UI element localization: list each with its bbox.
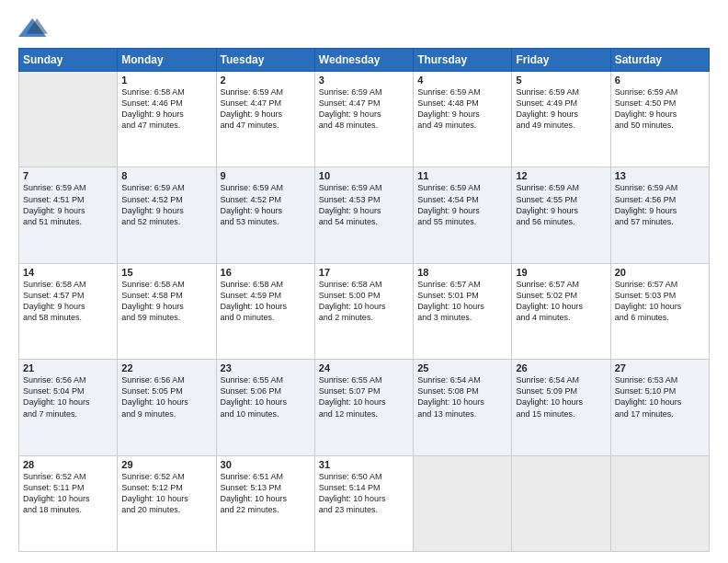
calendar-cell: 21Sunrise: 6:56 AMSunset: 5:04 PMDayligh…	[19, 360, 118, 455]
calendar-cell: 20Sunrise: 6:57 AMSunset: 5:03 PMDayligh…	[610, 263, 709, 359]
day-number: 27	[615, 362, 705, 373]
day-info: Sunrise: 6:56 AMSunset: 5:05 PMDaylight:…	[121, 374, 211, 419]
day-number: 17	[319, 267, 409, 278]
day-info: Sunrise: 6:59 AMSunset: 4:50 PMDaylight:…	[615, 86, 705, 132]
day-number: 31	[319, 459, 409, 470]
calendar-cell	[414, 455, 512, 551]
day-info: Sunrise: 6:58 AMSunset: 4:46 PMDaylight:…	[121, 86, 211, 132]
day-info: Sunrise: 6:55 AMSunset: 5:07 PMDaylight:…	[319, 374, 409, 419]
weekday-header-cell: Thursday	[414, 49, 512, 72]
day-number: 10	[319, 170, 409, 181]
day-info: Sunrise: 6:57 AMSunset: 5:02 PMDaylight:…	[516, 279, 606, 324]
calendar-week-row: 1Sunrise: 6:58 AMSunset: 4:46 PMDaylight…	[19, 72, 710, 167]
day-info: Sunrise: 6:57 AMSunset: 5:01 PMDaylight:…	[417, 279, 507, 324]
day-number: 18	[417, 267, 507, 278]
calendar-cell: 18Sunrise: 6:57 AMSunset: 5:01 PMDayligh…	[414, 263, 512, 359]
day-info: Sunrise: 6:59 AMSunset: 4:48 PMDaylight:…	[417, 86, 507, 132]
page: SundayMondayTuesdayWednesdayThursdayFrid…	[0, 0, 728, 563]
day-number: 9	[221, 170, 311, 181]
day-number: 15	[121, 267, 211, 278]
calendar-cell: 4Sunrise: 6:59 AMSunset: 4:48 PMDaylight…	[414, 72, 512, 167]
calendar-cell: 5Sunrise: 6:59 AMSunset: 4:49 PMDaylight…	[512, 72, 610, 167]
calendar-cell: 26Sunrise: 6:54 AMSunset: 5:09 PMDayligh…	[512, 360, 610, 455]
logo-icon	[18, 15, 48, 40]
weekday-header-cell: Sunday	[19, 49, 118, 72]
weekday-header-cell: Monday	[118, 49, 216, 72]
day-number: 14	[23, 267, 113, 278]
calendar-cell: 31Sunrise: 6:50 AMSunset: 5:14 PMDayligh…	[314, 455, 413, 551]
calendar-cell: 24Sunrise: 6:55 AMSunset: 5:07 PMDayligh…	[314, 360, 413, 455]
calendar-cell: 19Sunrise: 6:57 AMSunset: 5:02 PMDayligh…	[512, 263, 610, 359]
day-info: Sunrise: 6:58 AMSunset: 5:00 PMDaylight:…	[319, 279, 409, 324]
day-number: 6	[615, 75, 705, 86]
weekday-header-cell: Wednesday	[314, 49, 413, 72]
day-info: Sunrise: 6:55 AMSunset: 5:06 PMDaylight:…	[221, 374, 311, 419]
calendar-cell: 11Sunrise: 6:59 AMSunset: 4:54 PMDayligh…	[414, 167, 512, 263]
day-number: 22	[121, 362, 211, 373]
calendar-cell: 22Sunrise: 6:56 AMSunset: 5:05 PMDayligh…	[118, 360, 216, 455]
calendar-cell: 1Sunrise: 6:58 AMSunset: 4:46 PMDaylight…	[118, 72, 216, 167]
day-info: Sunrise: 6:59 AMSunset: 4:56 PMDaylight:…	[615, 182, 705, 227]
day-number: 19	[516, 267, 606, 278]
calendar-cell: 14Sunrise: 6:58 AMSunset: 4:57 PMDayligh…	[19, 263, 118, 359]
day-info: Sunrise: 6:59 AMSunset: 4:55 PMDaylight:…	[516, 182, 606, 227]
calendar-cell: 28Sunrise: 6:52 AMSunset: 5:11 PMDayligh…	[19, 455, 118, 551]
day-info: Sunrise: 6:59 AMSunset: 4:54 PMDaylight:…	[417, 182, 507, 227]
calendar-cell: 3Sunrise: 6:59 AMSunset: 4:47 PMDaylight…	[314, 72, 413, 167]
day-number: 12	[516, 170, 606, 181]
day-number: 28	[23, 459, 113, 470]
day-number: 23	[221, 362, 311, 373]
day-info: Sunrise: 6:59 AMSunset: 4:51 PMDaylight:…	[23, 182, 113, 227]
calendar-cell: 10Sunrise: 6:59 AMSunset: 4:53 PMDayligh…	[314, 167, 413, 263]
day-info: Sunrise: 6:59 AMSunset: 4:52 PMDaylight:…	[221, 182, 311, 227]
day-info: Sunrise: 6:50 AMSunset: 5:14 PMDaylight:…	[319, 471, 409, 516]
calendar-cell: 9Sunrise: 6:59 AMSunset: 4:52 PMDaylight…	[216, 167, 314, 263]
calendar-cell: 16Sunrise: 6:58 AMSunset: 4:59 PMDayligh…	[216, 263, 314, 359]
day-info: Sunrise: 6:59 AMSunset: 4:53 PMDaylight:…	[319, 182, 409, 227]
day-number: 21	[23, 362, 113, 373]
weekday-header-cell: Saturday	[610, 49, 709, 72]
calendar-cell: 6Sunrise: 6:59 AMSunset: 4:50 PMDaylight…	[610, 72, 709, 167]
day-number: 26	[516, 362, 606, 373]
calendar-week-row: 7Sunrise: 6:59 AMSunset: 4:51 PMDaylight…	[19, 167, 710, 263]
calendar-cell	[19, 72, 118, 167]
calendar-cell: 29Sunrise: 6:52 AMSunset: 5:12 PMDayligh…	[118, 455, 216, 551]
calendar-week-row: 21Sunrise: 6:56 AMSunset: 5:04 PMDayligh…	[19, 360, 710, 455]
day-number: 20	[615, 267, 705, 278]
day-number: 7	[23, 170, 113, 181]
calendar-cell: 30Sunrise: 6:51 AMSunset: 5:13 PMDayligh…	[216, 455, 314, 551]
day-info: Sunrise: 6:54 AMSunset: 5:08 PMDaylight:…	[417, 374, 507, 419]
calendar-cell: 13Sunrise: 6:59 AMSunset: 4:56 PMDayligh…	[610, 167, 709, 263]
day-number: 13	[615, 170, 705, 181]
day-number: 5	[516, 75, 606, 86]
day-number: 29	[121, 459, 211, 470]
calendar-cell: 12Sunrise: 6:59 AMSunset: 4:55 PMDayligh…	[512, 167, 610, 263]
day-info: Sunrise: 6:54 AMSunset: 5:09 PMDaylight:…	[516, 374, 606, 419]
day-info: Sunrise: 6:52 AMSunset: 5:11 PMDaylight:…	[23, 471, 113, 516]
day-info: Sunrise: 6:51 AMSunset: 5:13 PMDaylight:…	[221, 471, 311, 516]
calendar-cell: 25Sunrise: 6:54 AMSunset: 5:08 PMDayligh…	[414, 360, 512, 455]
day-number: 24	[319, 362, 409, 373]
day-number: 8	[121, 170, 211, 181]
day-number: 2	[221, 75, 311, 86]
day-number: 3	[319, 75, 409, 86]
day-number: 11	[417, 170, 507, 181]
calendar-body: 1Sunrise: 6:58 AMSunset: 4:46 PMDaylight…	[19, 72, 710, 552]
day-info: Sunrise: 6:59 AMSunset: 4:47 PMDaylight:…	[319, 86, 409, 132]
day-info: Sunrise: 6:59 AMSunset: 4:52 PMDaylight:…	[121, 182, 211, 227]
calendar-cell: 2Sunrise: 6:59 AMSunset: 4:47 PMDaylight…	[216, 72, 314, 167]
calendar-week-row: 28Sunrise: 6:52 AMSunset: 5:11 PMDayligh…	[19, 455, 710, 551]
calendar-cell: 8Sunrise: 6:59 AMSunset: 4:52 PMDaylight…	[118, 167, 216, 263]
header	[18, 15, 710, 40]
day-info: Sunrise: 6:56 AMSunset: 5:04 PMDaylight:…	[23, 374, 113, 419]
day-number: 30	[221, 459, 311, 470]
day-number: 1	[121, 75, 211, 86]
calendar-cell	[512, 455, 610, 551]
weekday-header-cell: Friday	[512, 49, 610, 72]
day-info: Sunrise: 6:58 AMSunset: 4:57 PMDaylight:…	[23, 279, 113, 324]
day-number: 25	[417, 362, 507, 373]
day-info: Sunrise: 6:53 AMSunset: 5:10 PMDaylight:…	[615, 374, 705, 419]
day-info: Sunrise: 6:59 AMSunset: 4:49 PMDaylight:…	[516, 86, 606, 132]
day-info: Sunrise: 6:58 AMSunset: 4:58 PMDaylight:…	[121, 279, 211, 324]
day-info: Sunrise: 6:52 AMSunset: 5:12 PMDaylight:…	[121, 471, 211, 516]
